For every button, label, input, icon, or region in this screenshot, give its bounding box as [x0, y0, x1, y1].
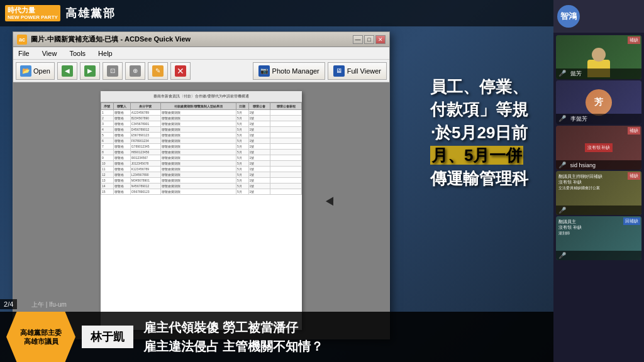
- maximize-button[interactable]: □: [364, 35, 374, 44]
- table-cell: 5月: [236, 172, 248, 178]
- table-cell: 1號: [248, 161, 270, 167]
- person-head-1: [592, 48, 606, 62]
- table-cell: 1號: [248, 172, 270, 178]
- mic-icon-4: 🎤: [558, 207, 566, 214]
- full-viewer-button[interactable]: 🖥 Full Viewer: [328, 62, 387, 80]
- window-controls: — □ ✕: [353, 35, 386, 44]
- participant-item-4: 翻議員主持聊好回補缺沒有領 补缺立法委員補缺國會討公案 補缺 🎤: [556, 171, 641, 215]
- col-header-3: 付款繳費期限/聯繫集制人型結果項: [161, 103, 236, 110]
- table-cell: 5月: [236, 138, 248, 144]
- photo-manager-button[interactable]: 📷 Photo Manager: [253, 62, 325, 80]
- menu-bar: File View Tools Help: [13, 47, 389, 60]
- table-cell: 3: [101, 121, 114, 127]
- table-cell: 5月: [236, 150, 248, 155]
- table-cell: L234567890: [130, 172, 161, 178]
- prev-btn[interactable]: ◀: [57, 62, 77, 80]
- table-cell: 聯繫繳費期限: [161, 189, 236, 195]
- avatar-circle-2: 芳: [586, 89, 612, 116]
- party-branch-name: 高雄黨部: [65, 6, 116, 21]
- col-header-6: 聯業公會薪程: [270, 103, 302, 110]
- delete-btn[interactable]: ✕: [170, 62, 191, 80]
- mic-icon-2: 🎤: [558, 115, 566, 122]
- table-cell: 聯繫格: [113, 110, 130, 116]
- participant-video-4: 翻議員主持聊好回補缺沒有領 补缺立法委員補缺國會討公案 補缺 🎤: [556, 171, 641, 215]
- table-cell: O567890123: [130, 189, 161, 195]
- participant-video-1: 補缺 🎤 懿芳: [556, 35, 641, 79]
- table-row: 5聯繫格E567890123聯繫繳費期限5月1號: [101, 133, 302, 138]
- table-cell: [270, 184, 302, 189]
- table-cell: 1號: [248, 155, 270, 161]
- speaker-name: 林于凱: [91, 331, 125, 343]
- table-cell: N456789012: [130, 184, 161, 189]
- edit-btn[interactable]: ✎: [148, 62, 168, 80]
- table-row: 3聯繫格C345678901聯繫繳費期限5月1號: [101, 121, 302, 127]
- table-cell: 1號: [248, 121, 270, 127]
- table-cell: [270, 138, 302, 144]
- acdsee-window: ac 圖片-中國新賞補充通知-已填 - ACDSee Quick View — …: [13, 31, 390, 339]
- table-cell: 1號: [248, 127, 270, 133]
- headline-line2: 雇主違法侵占 主管機關不知情？: [143, 337, 323, 356]
- table-cell: K123456789: [130, 167, 161, 172]
- table-cell: 1號: [248, 110, 270, 116]
- menu-help[interactable]: Help: [96, 49, 115, 58]
- table-row: 14聯繫格N456789012聯繫繳費期限5月1號: [101, 184, 302, 189]
- table-row: 11聯繫格K123456789聯繫繳費期限5月1號: [101, 167, 302, 172]
- app-icon: ac: [17, 35, 27, 45]
- table-cell: 5月: [236, 189, 248, 195]
- table-row: 13聯繫格M345678901聯繫繳費期限5月1號: [101, 178, 302, 184]
- headline-line1: 雇主代領裝傻 勞工被當潘仔: [143, 318, 323, 337]
- menu-view[interactable]: View: [40, 49, 60, 58]
- table-cell: F678901234: [130, 138, 161, 144]
- table-cell: E567890123: [130, 133, 161, 138]
- fit-icon: ⊡: [107, 65, 118, 77]
- table-cell: 聯繫繳費期限: [161, 121, 236, 127]
- open-button[interactable]: 📂 Open: [16, 62, 55, 80]
- mouse-cursor: [326, 197, 337, 207]
- table-row: 9聯繫格I901234567聯繫繳費期限5月1號: [101, 155, 302, 161]
- table-cell: [270, 144, 302, 150]
- table-cell: 聯繫繳費期限: [161, 144, 236, 150]
- toolbar: 📂 Open ◀ ▶ ⊡ ⊕ ✎ ✕ 📷: [13, 60, 389, 82]
- table-cell: 聯繫繳費期限: [161, 178, 236, 184]
- annotation-overlay: 員工、停業、 付款項」等規 ‧於5月29日前 月、5月一併 傳運輸管理科: [430, 75, 528, 190]
- fit-btn[interactable]: ⊡: [103, 62, 123, 80]
- annotation-line5: 傳運輸管理科: [430, 167, 528, 190]
- table-cell: 14: [101, 184, 114, 189]
- next-btn[interactable]: ▶: [80, 62, 100, 80]
- col-header-1: 聯繫人: [113, 103, 130, 110]
- close-button[interactable]: ✕: [375, 35, 386, 44]
- table-cell: 4: [101, 127, 114, 133]
- document-table: 序號 聯繫人 身分字號 付款繳費期限/聯繫集制人型結果項 日期 聯業公會 聯業公…: [101, 102, 302, 195]
- table-cell: 12: [101, 172, 114, 178]
- table-cell: 聯繫格: [113, 161, 130, 167]
- table-cell: 1號: [248, 150, 270, 155]
- table-cell: [270, 150, 302, 155]
- table-cell: 聯繫繳費期限: [161, 116, 236, 121]
- table-cell: 聯繫繳費期限: [161, 172, 236, 178]
- table-cell: 聯繫繳費期限: [161, 138, 236, 144]
- table-cell: 7: [101, 144, 114, 150]
- table-cell: 1: [101, 110, 114, 116]
- table-cell: 聯繫格: [113, 121, 130, 127]
- menu-file[interactable]: File: [16, 49, 32, 58]
- table-cell: 聯繫格: [113, 138, 130, 144]
- table-cell: 5月: [236, 167, 248, 172]
- npp-badge: 時代力量 NEW POWER PARTY: [5, 5, 60, 22]
- zoom-btn[interactable]: ⊕: [125, 62, 145, 80]
- minimize-button[interactable]: —: [353, 35, 363, 44]
- zoom-icon: ⊕: [130, 65, 141, 77]
- table-cell: 5月: [236, 144, 248, 150]
- menu-tools[interactable]: Tools: [67, 49, 88, 58]
- participant-name-3: 🎤 sid hsiang: [556, 160, 641, 170]
- annotation-line2: 付款項」等規: [430, 98, 528, 121]
- right-sidebar: 智鴻 補缺 🎤 懿芳 芳: [553, 0, 644, 362]
- table-row: 15聯繫格O567890123聯繫繳費期限5月1號: [101, 189, 302, 195]
- table-cell: [270, 121, 302, 127]
- table-cell: H890123456: [130, 150, 161, 155]
- table-cell: 15: [101, 189, 114, 195]
- annotation-line1: 員工、停業、: [430, 75, 528, 98]
- participant-name-4: 🎤: [556, 206, 641, 215]
- table-row: 2聯繫格B234567890聯繫繳費期限5月1號: [101, 116, 302, 121]
- table-cell: [270, 127, 302, 133]
- table-cell: 6: [101, 138, 114, 144]
